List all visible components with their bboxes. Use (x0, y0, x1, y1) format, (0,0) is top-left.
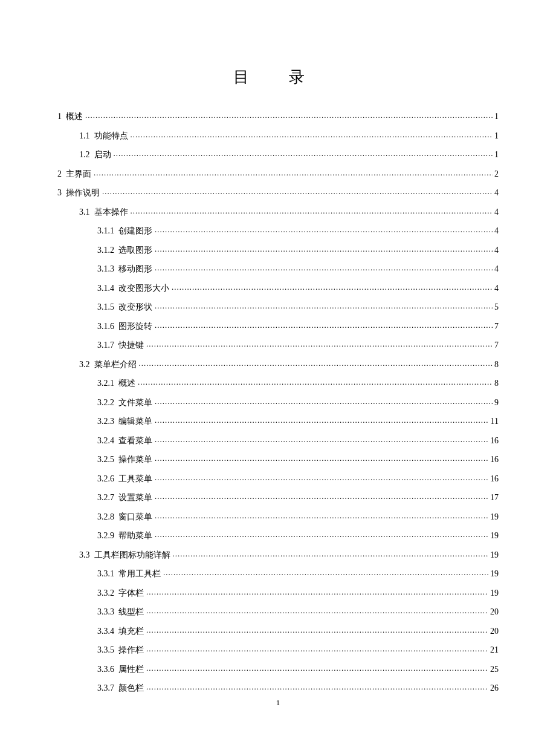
toc-entry-page: 4 (493, 227, 499, 235)
toc-entry-label: 3.3.6 属性栏 (97, 665, 146, 674)
toc-entry[interactable]: 3.2.8 窗口菜单19 (57, 511, 499, 521)
toc-leader-dots (146, 587, 488, 596)
toc-entry-number: 3.3.6 (97, 665, 114, 674)
toc-entry[interactable]: 3.2.3 编辑菜单11 (57, 415, 499, 426)
toc-entry-text: 概述 (66, 112, 83, 121)
toc-entry-number: 3.1.2 (97, 246, 114, 255)
toc-entry[interactable]: 3.2.2 文件菜单9 (57, 397, 499, 407)
toc-entry-page: 7 (493, 322, 499, 331)
toc-entry-page: 19 (488, 513, 499, 521)
toc-entry-number: 3.2.8 (97, 513, 114, 521)
toc-entry-label: 3.2 菜单栏介绍 (79, 360, 139, 369)
toc-entry[interactable]: 3.1.2 选取图形4 (57, 244, 499, 255)
toc-entry-number: 3.1.1 (97, 227, 114, 235)
toc-leader-dots (155, 530, 488, 538)
toc-entry-page: 20 (488, 608, 499, 616)
toc-leader-dots (155, 492, 488, 500)
toc-entry-label: 3.3.5 操作栏 (97, 646, 146, 654)
toc-entry[interactable]: 3.2.5 操作菜单16 (57, 454, 499, 464)
toc-entry[interactable]: 3.3 工具栏图标功能详解19 (57, 549, 499, 559)
toc-entry[interactable]: 3.1.5 改变形状5 (57, 301, 499, 311)
toc-entry[interactable]: 3.3.5 操作栏21 (57, 644, 499, 654)
toc-entry-text: 功能特点 (94, 132, 128, 140)
toc-entry-label: 3.1 基本操作 (79, 208, 131, 217)
toc-entry-number: 3.3.3 (97, 608, 114, 616)
toc-entry[interactable]: 1.1 功能特点1 (57, 130, 499, 140)
toc-entry-page: 4 (493, 265, 499, 273)
toc-leader-dots (146, 644, 488, 653)
toc-entry-page: 4 (493, 189, 499, 197)
toc-entry[interactable]: 1 概述1 (57, 111, 499, 121)
toc-entry-label: 1.1 功能特点 (79, 132, 131, 140)
toc-entry-text: 选取图形 (118, 246, 152, 255)
toc-entry-text: 填充栏 (118, 627, 144, 636)
toc-entry-page: 9 (493, 399, 499, 407)
toc-leader-dots (131, 206, 493, 215)
toc-entry[interactable]: 3.2.4 查看菜单16 (57, 435, 499, 445)
toc-entry-number: 3.2.5 (97, 455, 114, 464)
toc-entry-number: 3.3.1 (97, 570, 114, 578)
toc-entry[interactable]: 3.1.6 图形旋转7 (57, 321, 499, 331)
toc-entry[interactable]: 1.2 启动1 (57, 149, 499, 159)
toc-leader-dots (173, 549, 489, 558)
toc-entry-page: 19 (488, 589, 499, 598)
toc-leader-dots (146, 682, 488, 691)
toc-entry-text: 帮助菜单 (118, 532, 152, 540)
toc-leader-dots (85, 111, 493, 119)
toc-entry[interactable]: 3.3.7 颜色栏26 (57, 682, 499, 692)
toc-entry[interactable]: 3.2.6 工具菜单16 (57, 473, 499, 483)
toc-leader-dots (172, 282, 493, 291)
toc-entry-label: 3.3.7 颜色栏 (97, 684, 146, 692)
toc-entry-page: 1 (493, 151, 499, 159)
toc-leader-dots (155, 435, 488, 443)
toc-entry[interactable]: 3.1 基本操作4 (57, 206, 499, 217)
toc-entry-number: 3.3.5 (97, 646, 114, 654)
toc-entry[interactable]: 3.3.1 常用工具栏19 (57, 568, 499, 578)
toc-entry[interactable]: 3.2 菜单栏介绍8 (57, 359, 499, 369)
toc-entry-page: 17 (488, 494, 499, 502)
toc-entry-label: 3.3.1 常用工具栏 (97, 570, 163, 578)
toc-entry-page: 16 (488, 475, 499, 483)
toc-entry[interactable]: 3.3.2 字体栏19 (57, 587, 499, 598)
toc-entry-page: 1 (493, 132, 499, 140)
toc-entry-number: 3.2.1 (97, 379, 114, 388)
toc-entry-page: 19 (488, 570, 499, 578)
toc-entry-number: 3.3.7 (97, 684, 114, 692)
toc-entry-number: 1 (57, 112, 62, 121)
toc-entry-text: 启动 (94, 151, 111, 159)
toc-entry[interactable]: 3.2.1 概述8 (57, 377, 499, 388)
toc-entry-number: 3.1.6 (97, 322, 114, 331)
toc-leader-dots (139, 359, 493, 367)
toc-entry[interactable]: 3.1.1 创建图形4 (57, 225, 499, 235)
toc-entry-label: 3.2.9 帮助菜单 (97, 532, 155, 540)
toc-entry-page: 8 (493, 360, 499, 369)
toc-entry-page: 1 (493, 112, 499, 121)
toc-entry[interactable]: 3.2.7 设置菜单17 (57, 492, 499, 502)
toc-entry-number: 3.2.7 (97, 494, 114, 502)
toc-entry[interactable]: 2 主界面2 (57, 168, 499, 178)
toc-leader-dots (102, 187, 493, 195)
toc-leader-dots (155, 415, 489, 424)
toc-entry-label: 3.3.4 填充栏 (97, 627, 146, 636)
toc-entry-page: 4 (493, 246, 499, 255)
toc-entry[interactable]: 3.3.6 属性栏25 (57, 663, 499, 674)
toc-entry-number: 3.2.3 (97, 417, 114, 426)
toc-leader-dots (146, 663, 488, 672)
toc-entry-number: 3.1.5 (97, 303, 114, 311)
toc-entry-text: 查看菜单 (118, 437, 152, 445)
toc-entry[interactable]: 3.1.7 快捷键7 (57, 339, 499, 350)
toc-leader-dots (155, 244, 493, 253)
toc-entry[interactable]: 3.1.4 改变图形大小4 (57, 282, 499, 293)
toc-entry-page: 26 (488, 684, 499, 692)
toc-entry-text: 颜色栏 (118, 684, 144, 692)
toc-entry-text: 概述 (118, 379, 135, 388)
toc-entry[interactable]: 3.3.4 填充栏20 (57, 625, 499, 636)
toc-leader-dots (155, 301, 493, 310)
toc-entry-label: 3.2.4 查看菜单 (97, 437, 155, 445)
toc-entry-page: 19 (488, 551, 499, 559)
toc-entry[interactable]: 3 操作说明4 (57, 187, 499, 197)
toc-entry[interactable]: 3.2.9 帮助菜单19 (57, 530, 499, 540)
toc-entry-label: 3.1.3 移动图形 (97, 265, 155, 273)
toc-entry[interactable]: 3.1.3 移动图形4 (57, 263, 499, 273)
toc-entry[interactable]: 3.3.3 线型栏20 (57, 606, 499, 616)
